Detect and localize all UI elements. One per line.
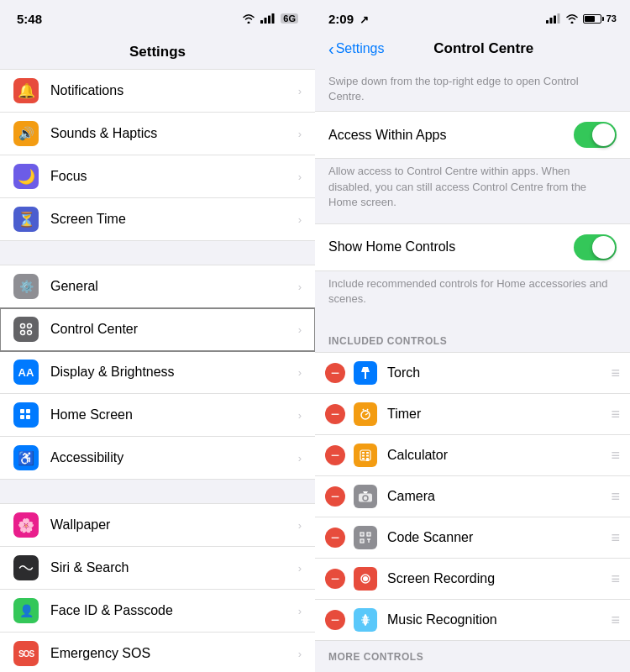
show-home-controls-label: Show Home Controls bbox=[328, 239, 574, 255]
settings-section-1: 🔔 Notifications › 🔊 Sounds & Haptics › 🌙… bbox=[0, 69, 315, 241]
focus-icon: 🌙 bbox=[13, 164, 39, 189]
settings-list: 🔔 Notifications › 🔊 Sounds & Haptics › 🌙… bbox=[0, 69, 315, 672]
drag-handle-code-scanner[interactable]: ≡ bbox=[611, 529, 620, 547]
svg-rect-12 bbox=[546, 20, 549, 24]
drag-handle-music-recognition[interactable]: ≡ bbox=[611, 612, 620, 629]
home-screen-label: Home Screen bbox=[50, 407, 293, 423]
drag-handle-calculator[interactable]: ≡ bbox=[611, 447, 620, 465]
control-item-code-scanner: − Code Scanner ≡ bbox=[315, 517, 630, 559]
remove-torch-button[interactable]: − bbox=[325, 363, 345, 383]
chevron-faceid: › bbox=[298, 605, 302, 617]
remove-calculator-button[interactable]: − bbox=[325, 445, 345, 465]
settings-item-display[interactable]: AA Display & Brightness › bbox=[0, 351, 315, 394]
accessibility-label: Accessibility bbox=[50, 450, 293, 465]
svg-rect-36 bbox=[369, 534, 370, 535]
more-controls-header: MORE CONTROLS bbox=[315, 641, 630, 668]
chevron-screen-time: › bbox=[298, 213, 302, 226]
settings-item-sounds[interactable]: 🔊 Sounds & Haptics › bbox=[0, 113, 315, 155]
svg-rect-35 bbox=[362, 534, 363, 535]
timer-icon bbox=[354, 402, 377, 426]
settings-item-focus[interactable]: 🌙 Focus › bbox=[0, 155, 315, 198]
drag-handle-torch[interactable]: ≡ bbox=[611, 365, 620, 382]
section-gap-2 bbox=[0, 480, 315, 503]
left-panel: 5:48 6G Settings 🔔 Notifica bbox=[0, 0, 315, 672]
status-bar-left: 5:48 6G bbox=[0, 0, 315, 37]
control-list: − Torch ≡ − bbox=[315, 352, 630, 641]
svg-rect-22 bbox=[360, 450, 370, 460]
top-description: Swipe down from the top-right edge to op… bbox=[315, 66, 630, 111]
notifications-icon: 🔔 bbox=[13, 78, 39, 103]
svg-line-20 bbox=[363, 409, 364, 411]
remove-camera-button[interactable]: − bbox=[325, 486, 345, 507]
camera-label: Camera bbox=[387, 489, 611, 504]
home-screen-icon bbox=[13, 402, 39, 428]
settings-item-screen-time[interactable]: ⏳ Screen Time › bbox=[0, 198, 315, 241]
svg-line-21 bbox=[367, 409, 368, 411]
settings-item-faceid[interactable]: 👤 Face ID & Passcode › bbox=[0, 590, 315, 633]
accessibility-icon: ♿ bbox=[13, 445, 39, 470]
control-item-timer: − Timer ≡ bbox=[315, 394, 630, 435]
music-recognition-icon bbox=[354, 608, 377, 632]
calculator-icon bbox=[354, 444, 377, 467]
svg-point-4 bbox=[21, 324, 25, 328]
chevron-siri: › bbox=[298, 562, 302, 575]
settings-item-sos[interactable]: SOS Emergency SOS › bbox=[0, 633, 315, 672]
svg-rect-13 bbox=[549, 18, 552, 24]
drag-handle-timer[interactable]: ≡ bbox=[611, 406, 620, 423]
control-item-screen-recording: − Screen Recording ≡ bbox=[315, 559, 630, 600]
toggle-knob-2 bbox=[592, 236, 615, 259]
status-time-right: 2:09 ↗ bbox=[328, 12, 369, 26]
wifi-icon-right bbox=[565, 13, 579, 24]
control-center-icon bbox=[13, 317, 39, 342]
timer-label: Timer bbox=[387, 407, 611, 422]
screen-time-icon: ⏳ bbox=[13, 207, 39, 232]
settings-item-notifications[interactable]: 🔔 Notifications › bbox=[0, 69, 315, 113]
status-icons-right: 73 bbox=[546, 13, 617, 24]
chevron-notifications: › bbox=[298, 85, 302, 97]
notifications-label: Notifications bbox=[50, 83, 293, 98]
svg-line-19 bbox=[365, 413, 368, 415]
chevron-sos: › bbox=[298, 648, 302, 660]
control-center-label: Control Center bbox=[50, 322, 293, 337]
included-controls-header: INCLUDED CONTROLS bbox=[315, 320, 630, 352]
sos-label: Emergency SOS bbox=[50, 646, 293, 661]
siri-icon bbox=[13, 555, 39, 580]
screen-time-label: Screen Time bbox=[50, 212, 293, 227]
svg-rect-15 bbox=[557, 13, 559, 24]
right-panel: 2:09 ↗ 73 bbox=[315, 0, 630, 672]
settings-item-siri[interactable]: Siri & Search › bbox=[0, 547, 315, 590]
svg-marker-16 bbox=[361, 367, 370, 379]
access-within-apps-row: Access Within Apps bbox=[315, 111, 630, 159]
settings-item-general[interactable]: ⚙️ General › bbox=[0, 265, 315, 308]
svg-rect-11 bbox=[26, 415, 30, 419]
sos-icon: SOS bbox=[13, 641, 39, 666]
settings-item-wallpaper[interactable]: 🌸 Wallpaper › bbox=[0, 503, 315, 547]
section-gap-1 bbox=[0, 241, 315, 265]
code-scanner-icon bbox=[354, 526, 377, 549]
remove-screen-recording-button[interactable]: − bbox=[325, 569, 345, 589]
settings-item-home-screen[interactable]: Home Screen › bbox=[0, 394, 315, 437]
nav-back-button[interactable]: ‹ Settings bbox=[328, 40, 384, 57]
remove-code-scanner-button[interactable]: − bbox=[325, 528, 345, 548]
svg-rect-10 bbox=[20, 415, 24, 419]
show-home-controls-toggle[interactable] bbox=[574, 234, 617, 260]
remove-music-recognition-button[interactable]: − bbox=[325, 610, 345, 630]
svg-rect-26 bbox=[366, 455, 369, 457]
access-within-apps-toggle[interactable] bbox=[574, 122, 617, 148]
svg-rect-1 bbox=[265, 18, 267, 24]
remove-timer-button[interactable]: − bbox=[325, 404, 345, 424]
drag-handle-camera[interactable]: ≡ bbox=[611, 488, 620, 506]
cell-icon bbox=[260, 13, 276, 24]
status-bar-right: 2:09 ↗ 73 bbox=[315, 0, 630, 37]
svg-rect-27 bbox=[362, 458, 365, 459]
svg-point-7 bbox=[28, 331, 32, 335]
settings-item-control-center[interactable]: Control Center › bbox=[0, 308, 315, 351]
svg-rect-24 bbox=[366, 452, 369, 454]
settings-item-accessibility[interactable]: ♿ Accessibility › bbox=[0, 437, 315, 480]
drag-handle-screen-recording[interactable]: ≡ bbox=[611, 570, 620, 588]
control-item-camera: − Camera ≡ bbox=[315, 476, 630, 517]
nav-title: Control Centre bbox=[384, 40, 583, 57]
svg-point-41 bbox=[363, 576, 368, 581]
control-item-torch: − Torch ≡ bbox=[315, 353, 630, 394]
show-home-controls-row: Show Home Controls bbox=[315, 223, 630, 271]
